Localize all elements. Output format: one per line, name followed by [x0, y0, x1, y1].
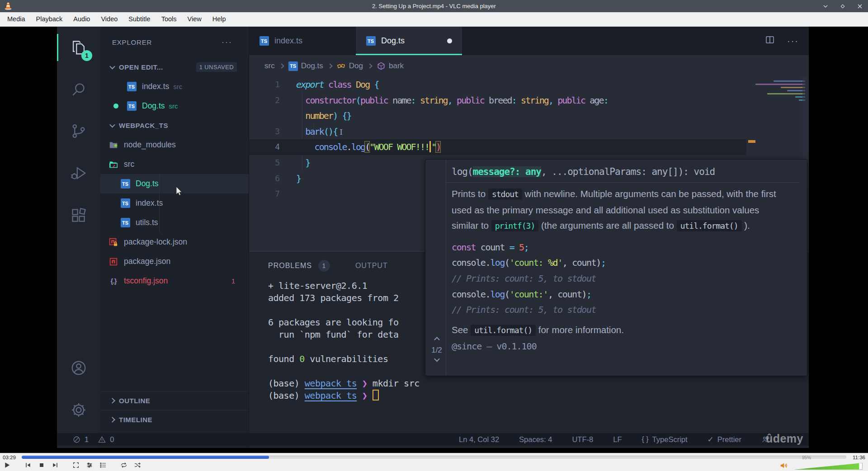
- tree-item-tsconfig.json[interactable]: {..}tsconfig.json1: [100, 271, 249, 291]
- extended-settings-button[interactable]: [84, 460, 95, 470]
- chevron-right-icon: [109, 398, 115, 404]
- line-number: 7: [249, 186, 290, 202]
- npm-lock-icon: [108, 237, 118, 247]
- explorer-title: EXPLORER: [112, 38, 152, 46]
- line-number: 6: [249, 171, 290, 187]
- inline-code-chip: util.format(): [677, 220, 742, 231]
- volume-slider[interactable]: [794, 463, 863, 470]
- loop-button[interactable]: [118, 460, 129, 470]
- panel-tab-problems[interactable]: PROBLEMS1: [268, 260, 330, 272]
- hover-signature: log(message?: any, ...optionalParams: an…: [452, 164, 799, 179]
- menu-help[interactable]: Help: [207, 12, 231, 26]
- breadcrumb-label: Dog.ts: [301, 61, 323, 71]
- problems-badge: 1: [318, 260, 330, 272]
- close-icon[interactable]: [856, 3, 863, 10]
- folder-node-icon: [108, 140, 118, 150]
- code-line[interactable]: 4 console.log("WOOF WOOF!!!"): [249, 139, 746, 155]
- status-prettier[interactable]: ✓Prettier: [708, 435, 741, 444]
- minimap[interactable]: [751, 79, 805, 103]
- open-editors-section[interactable]: OPEN EDIT... 1 UNSAVED: [100, 57, 249, 77]
- activity-extensions-icon[interactable]: [57, 201, 100, 230]
- editor-more-actions-icon[interactable]: ···: [787, 36, 799, 46]
- timeline-section[interactable]: TIMELINE: [100, 410, 249, 429]
- signature-next-icon[interactable]: [434, 356, 440, 362]
- code-line[interactable]: 3 bark(){I: [249, 124, 809, 140]
- next-button[interactable]: [50, 460, 61, 470]
- vlc-controls: 03:29 11:36 95%: [0, 453, 868, 471]
- hover-code-line: // Prints: count: 5, to stdout: [452, 271, 799, 287]
- code-line[interactable]: number) {}: [249, 108, 809, 124]
- shuffle-button[interactable]: [132, 460, 143, 470]
- tab-Dog.ts[interactable]: TSDog.ts: [356, 27, 462, 55]
- minimize-icon[interactable]: [822, 3, 829, 10]
- warning-count[interactable]: 0: [98, 435, 114, 444]
- outline-section[interactable]: OUTLINE: [100, 391, 249, 410]
- activity-account-icon[interactable]: [57, 353, 100, 382]
- open-editor-index.ts[interactable]: TSindex.tssrc: [100, 77, 249, 96]
- split-editor-icon[interactable]: [764, 34, 775, 47]
- status-typescript[interactable]: { }TypeScript: [642, 435, 687, 444]
- playlist-button[interactable]: [98, 460, 108, 470]
- code-line[interactable]: 1export class Dog {: [249, 77, 809, 93]
- breadcrumb-separator-icon: [279, 63, 284, 68]
- panel-tab-output[interactable]: OUTPUT: [355, 262, 388, 270]
- typescript-file-icon: TS: [259, 36, 269, 46]
- unsaved-dot: [447, 38, 452, 43]
- status-ln-4-col-32[interactable]: Ln 4, Col 32: [459, 435, 499, 444]
- maximize-icon[interactable]: [839, 3, 846, 10]
- chevron-right-icon: [109, 417, 115, 423]
- fullscreen-button[interactable]: [71, 460, 81, 470]
- video-area[interactable]: 1 EXPLORER ··· OPEN EDIT... 1 UNSAVED TS…: [0, 27, 868, 453]
- status-utf-8[interactable]: UTF-8: [572, 435, 593, 444]
- activity-debug-icon[interactable]: [57, 159, 100, 188]
- file-name: package.json: [124, 257, 170, 266]
- breadcrumb-src[interactable]: src: [264, 61, 275, 71]
- breadcrumb-Dog.ts[interactable]: TSDog.ts: [288, 61, 323, 71]
- tab-label: Dog.ts: [381, 36, 405, 46]
- menu-audio[interactable]: Audio: [68, 12, 95, 26]
- breadcrumb-Dog[interactable]: Dog: [337, 61, 363, 71]
- breadcrumb-bark[interactable]: bark: [377, 61, 404, 71]
- hover-code-example: const count = 5;console.log('count: %d',…: [452, 240, 799, 318]
- menu-tools[interactable]: Tools: [156, 12, 182, 26]
- code-text: constructor(public name: string, public …: [290, 93, 608, 108]
- menu-subtitle[interactable]: Subtitle: [123, 12, 156, 26]
- outline-label: OUTLINE: [119, 397, 150, 405]
- menu-media[interactable]: Media: [2, 12, 31, 26]
- menu-video[interactable]: Video: [95, 12, 123, 26]
- workspace-section[interactable]: WEBPACK_TS: [100, 116, 249, 135]
- activity-scm-icon[interactable]: [57, 117, 100, 146]
- activity-settings-icon[interactable]: [57, 396, 100, 424]
- line-number: 3: [249, 124, 290, 140]
- tree-item-package-lock.json[interactable]: package-lock.json: [100, 232, 249, 252]
- error-count[interactable]: 1: [72, 435, 89, 444]
- file-path-detail: src: [169, 102, 178, 110]
- explorer-actions-icon[interactable]: ···: [222, 38, 232, 47]
- volume-icon[interactable]: [779, 461, 789, 470]
- seek-bar[interactable]: [22, 456, 846, 459]
- unsaved-badge: 1 UNSAVED: [196, 62, 237, 72]
- status-lf[interactable]: LF: [613, 435, 622, 444]
- inline-code-chip[interactable]: util.format(): [471, 325, 536, 336]
- tree-item-src[interactable]: src: [100, 155, 249, 174]
- breadcrumb-label: Dog: [349, 61, 363, 71]
- tab-index.ts[interactable]: TSindex.ts: [249, 27, 356, 55]
- menu-playback[interactable]: Playback: [31, 12, 68, 26]
- stop-button[interactable]: [36, 460, 47, 470]
- tree-item-utils.ts[interactable]: TSutils.ts: [100, 213, 249, 232]
- activity-search-icon[interactable]: [57, 75, 100, 104]
- status-spaces-4[interactable]: Spaces: 4: [519, 435, 552, 444]
- terminal-line: (base) webpack_ts ❯: [268, 390, 809, 402]
- hover-code-line: console.log('count:', count);: [452, 287, 799, 302]
- tree-item-package.json[interactable]: package.json: [100, 252, 249, 271]
- previous-button[interactable]: [23, 460, 33, 470]
- code-line[interactable]: 2 constructor(public name: string, publi…: [249, 93, 809, 108]
- tree-item-node_modules[interactable]: node_modules: [100, 135, 249, 155]
- play-button[interactable]: [2, 460, 13, 470]
- open-editor-Dog.ts[interactable]: TSDog.tssrc: [100, 96, 249, 116]
- line-number: 1: [249, 77, 290, 93]
- signature-prev-icon[interactable]: [434, 337, 440, 343]
- activity-files-icon[interactable]: 1: [57, 33, 100, 62]
- menu-view[interactable]: View: [182, 12, 207, 26]
- hover-code-line: console.log('count: %d', count);: [452, 255, 799, 271]
